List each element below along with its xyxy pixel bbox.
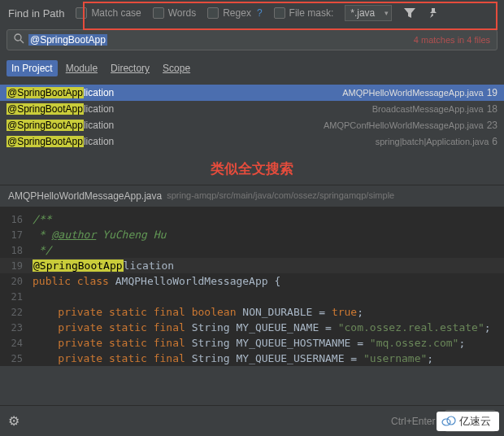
regex-option[interactable]: Regex ? [207, 7, 262, 19]
tutorial-annotation: 类似全文搜索 [0, 150, 504, 185]
result-rest: lication [84, 120, 114, 131]
preview-file-path: spring-amqp/src/main/java/com/ossez/spri… [167, 190, 394, 202]
filter-icon[interactable] [403, 7, 416, 19]
result-match: @SpringBootApp [7, 136, 84, 147]
scope-tabs: In Project Module Directory Scope [0, 54, 504, 85]
result-line: 19 [487, 87, 497, 98]
result-path: AMQPConfHelloWorldMessageApp.java [324, 120, 484, 130]
tab-in-project[interactable]: In Project [7, 60, 58, 76]
result-row[interactable]: @SpringBootApplicationspring|batch|Appli… [0, 133, 504, 150]
results-list: @SpringBootApplicationAMQPHelloWorldMess… [0, 85, 504, 150]
result-row[interactable]: @SpringBootApplicationBroadcastMessageAp… [0, 101, 504, 117]
match-case-label: Match case [91, 7, 141, 19]
result-match: @SpringBootApp [7, 120, 84, 131]
checkbox-icon[interactable] [207, 7, 219, 19]
file-mask-input[interactable] [345, 5, 392, 21]
svg-point-0 [15, 34, 21, 41]
result-line: 6 [492, 136, 497, 147]
search-query: @SpringBootApp [28, 34, 107, 46]
shortcut-hint: Ctrl+Enter [391, 416, 435, 427]
regex-help-icon[interactable]: ? [257, 7, 263, 19]
code-preview[interactable]: 16/** 17 * @author YuCheng Hu 18 */ 19@S… [0, 207, 504, 366]
preview-header: AMQPHelloWorldMessageApp.java spring-amq… [0, 185, 504, 207]
words-label: Words [168, 7, 196, 19]
file-mask-label: File mask: [289, 7, 334, 19]
result-match: @SpringBootApp [7, 103, 84, 115]
svg-line-1 [20, 40, 24, 43]
result-rest: lication [84, 103, 114, 115]
tab-directory[interactable]: Directory [106, 60, 154, 76]
match-count: 4 matches in 4 files [414, 35, 490, 45]
result-line: 23 [487, 120, 497, 131]
preview-file-name: AMQPHelloWorldMessageApp.java [8, 190, 162, 202]
gear-icon[interactable]: ⚙ [8, 413, 20, 429]
words-option[interactable]: Words [153, 7, 196, 19]
regex-label: Regex [223, 7, 251, 19]
result-match: @SpringBootApp [7, 87, 84, 98]
checkbox-icon[interactable] [153, 7, 164, 19]
checkbox-icon[interactable] [274, 7, 285, 19]
result-path: spring|batch|Application.java [376, 137, 489, 146]
checkbox-icon[interactable] [76, 7, 87, 19]
result-path: BroadcastMessageApp.java [372, 104, 484, 114]
pin-icon[interactable] [428, 7, 439, 19]
footer: ⚙ Ctrl+Enter Open [0, 405, 504, 436]
result-rest: lication [84, 136, 114, 147]
result-row[interactable]: @SpringBootApplicationAMQPConfHelloWorld… [0, 117, 504, 133]
search-icon [14, 33, 24, 46]
result-line: 18 [487, 103, 497, 115]
tab-scope[interactable]: Scope [158, 60, 195, 76]
watermark: 亿速云 [437, 412, 499, 431]
svg-point-3 [447, 416, 455, 425]
search-field[interactable]: @SpringBootApp 4 matches in 4 files [7, 29, 497, 50]
dialog-header: Find in Path Match case Words Regex ? Fi… [0, 0, 504, 26]
result-row[interactable]: @SpringBootApplicationAMQPHelloWorldMess… [0, 85, 504, 101]
match-case-option[interactable]: Match case [76, 7, 141, 19]
dialog-title: Find in Path [8, 7, 64, 20]
result-rest: lication [84, 87, 114, 98]
file-mask-option[interactable]: File mask: [274, 7, 334, 19]
tab-module[interactable]: Module [61, 60, 102, 76]
result-path: AMQPHelloWorldMessageApp.java [342, 88, 483, 98]
